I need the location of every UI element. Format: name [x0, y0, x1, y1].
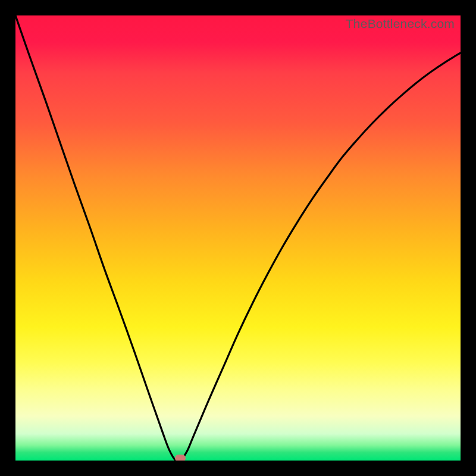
- optimal-marker: [175, 455, 186, 461]
- chart-plot-area: TheBottleneck.com: [15, 15, 461, 461]
- watermark-text: TheBottleneck.com: [346, 17, 455, 31]
- bottleneck-curve: [15, 15, 461, 461]
- curve-svg: [15, 15, 461, 461]
